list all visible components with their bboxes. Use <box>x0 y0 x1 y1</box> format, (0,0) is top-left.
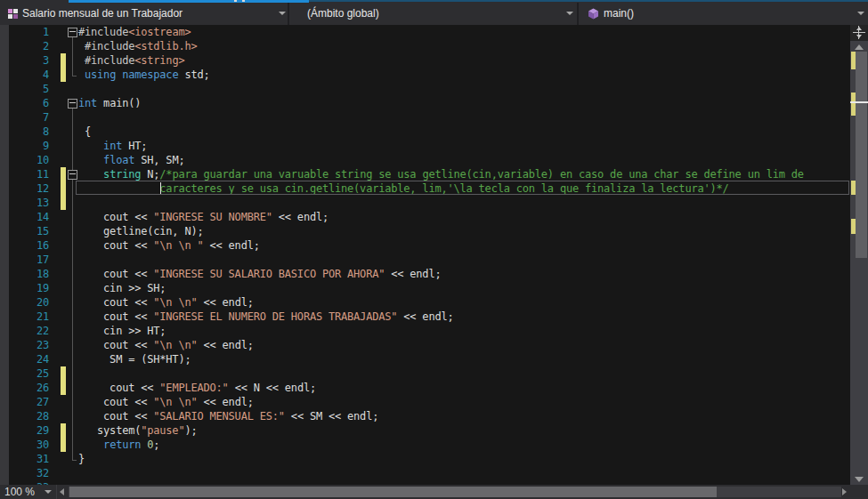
changed-line-mark <box>851 93 856 116</box>
line-number: 20 <box>0 295 49 310</box>
code-line[interactable]: string N;/*para guardar una varuable str… <box>78 167 804 181</box>
code-editor[interactable]: 1234567891011121314151617181920212223242… <box>0 25 850 485</box>
code-line[interactable]: #include<stdlib.h> <box>78 39 197 53</box>
line-number: 23 <box>0 338 49 352</box>
code-line[interactable]: cin >> HT; <box>78 324 166 338</box>
line-number: 19 <box>0 281 49 295</box>
change-bar <box>61 196 66 210</box>
line-number: 14 <box>0 210 49 224</box>
document-dropdown[interactable]: Salario mensual de un Trabajador <box>2 3 289 25</box>
code-line[interactable]: cout << "\n \n" << endl; <box>78 295 254 310</box>
line-number: 4 <box>0 68 49 82</box>
line-number: 27 <box>0 395 49 409</box>
line-number: 26 <box>0 381 49 395</box>
code-line[interactable]: using namespace std; <box>78 68 210 82</box>
line-number: 32 <box>0 466 49 480</box>
ide-window: Salario mensual de un Trabajador (Ámbito… <box>0 0 868 499</box>
code-line[interactable]: cout << "INGRESE SU NOMBRE" << endl; <box>78 210 329 224</box>
fold-collapse-box[interactable] <box>68 99 77 109</box>
chevron-down-icon[interactable] <box>279 12 286 15</box>
change-bar <box>61 381 66 395</box>
arrow-down-icon <box>855 477 864 482</box>
code-line[interactable]: return 0; <box>78 438 159 452</box>
line-number: 6 <box>0 96 49 110</box>
line-number: 5 <box>0 82 49 96</box>
changed-line-mark <box>851 52 856 69</box>
document-dropdown-label: Salario mensual de un Trabajador <box>22 7 183 20</box>
fold-collapse-box[interactable] <box>68 28 77 37</box>
code-line[interactable]: cout << "SALARIO MENSUAL ES:" << SM << e… <box>78 409 378 423</box>
code-line[interactable]: int main() <box>78 96 141 110</box>
arrow-up-icon <box>855 44 864 50</box>
code-line[interactable]: cout << "\n \n" << endl; <box>78 338 254 352</box>
line-number: 11 <box>0 167 49 181</box>
scope-dropdown[interactable]: (Ámbito global) <box>291 3 579 25</box>
code-line[interactable]: } <box>78 452 85 466</box>
vertical-scrollbar-thumb[interactable] <box>856 52 867 258</box>
line-number: 7 <box>0 110 49 125</box>
line-number: 10 <box>0 153 49 167</box>
line-number: 29 <box>0 423 49 438</box>
comment-region-outline <box>76 181 849 195</box>
chevron-down-icon[interactable] <box>45 490 52 494</box>
caret-position-marker <box>850 101 868 103</box>
code-line[interactable]: getline(cin, N); <box>78 224 204 238</box>
line-number: 22 <box>0 324 49 338</box>
scrollbar-corner <box>850 485 868 499</box>
member-dropdown[interactable]: main() <box>580 3 868 25</box>
line-number: 28 <box>0 409 49 423</box>
line-number: 16 <box>0 238 49 253</box>
code-line[interactable]: SM = (SH*HT); <box>78 352 191 366</box>
code-line[interactable]: float SH, SM; <box>78 153 184 167</box>
code-line[interactable]: cout << "\n \n" << endl; <box>78 395 254 409</box>
fold-collapse-box[interactable] <box>68 170 77 180</box>
line-number: 24 <box>0 352 49 366</box>
change-bar <box>61 68 66 82</box>
change-bar <box>61 167 66 181</box>
scroll-right-button[interactable] <box>842 488 847 495</box>
zoom-level-dropdown[interactable]: 100 % <box>0 485 57 499</box>
change-bar <box>61 366 66 381</box>
code-line[interactable]: cin >> SH; <box>78 281 166 295</box>
code-line[interactable]: int HT; <box>78 139 147 153</box>
code-line[interactable]: { <box>78 125 91 139</box>
line-number: 12 <box>0 181 49 196</box>
scroll-left-button[interactable] <box>60 488 64 495</box>
line-number: 17 <box>0 253 49 267</box>
changed-line-mark <box>851 181 856 195</box>
method-cube-icon <box>588 8 599 20</box>
code-line[interactable]: #include<iostream> <box>78 25 191 39</box>
text-caret <box>160 182 161 194</box>
member-dropdown-label: main() <box>604 7 634 20</box>
change-bar <box>61 438 66 452</box>
scroll-down-button[interactable] <box>850 473 868 485</box>
change-bar <box>61 423 66 438</box>
code-line[interactable]: cout << "EMPLEADO:" << N << endl; <box>78 381 316 395</box>
code-line[interactable]: cout << "INGRESE SU SALARIO BASICO POR A… <box>78 267 441 281</box>
code-line[interactable]: #include<string> <box>78 53 184 68</box>
code-line[interactable]: cout << "INGRESE EL NUMERO DE HORAS TRAB… <box>78 310 454 324</box>
chevron-down-icon[interactable] <box>857 12 864 15</box>
line-number: 13 <box>0 196 49 210</box>
line-number: 2 <box>0 39 49 53</box>
zoom-level-value: 100 % <box>4 486 35 498</box>
line-number: 30 <box>0 438 49 452</box>
navigation-bar: Salario mensual de un Trabajador (Ámbito… <box>0 3 868 25</box>
outline-guide-includes <box>72 36 73 76</box>
line-number: 3 <box>0 53 49 68</box>
code-line[interactable]: system("pause"); <box>78 423 198 438</box>
split-editor-handle[interactable] <box>850 25 868 41</box>
chevron-down-icon[interactable] <box>566 12 573 15</box>
outline-guide-main <box>72 108 73 461</box>
horizontal-scrollbar[interactable] <box>69 487 841 497</box>
code-line[interactable]: cout << "\n \n " << endl; <box>78 238 260 253</box>
horizontal-scrollbar-thumb[interactable] <box>69 487 717 497</box>
line-number: 9 <box>0 139 49 153</box>
change-bar <box>61 53 66 68</box>
tab-strip-line <box>309 0 868 2</box>
editor-bottom-bar: 100 % <box>0 485 868 499</box>
line-number: 25 <box>0 366 49 381</box>
vertical-scrollbar[interactable] <box>850 25 868 485</box>
change-bar <box>61 181 66 196</box>
line-number: 18 <box>0 267 49 281</box>
